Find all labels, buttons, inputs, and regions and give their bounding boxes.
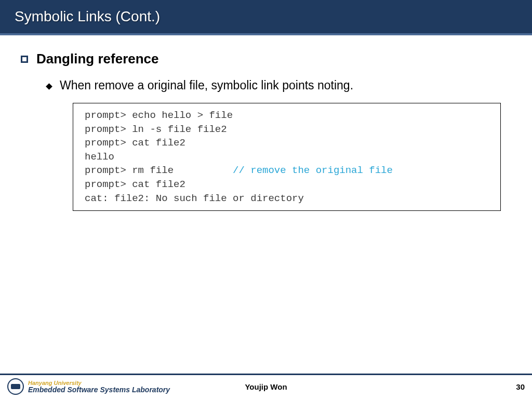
code-line: prompt> echo hello > file [85,110,233,121]
code-line: prompt> rm file [85,165,233,176]
university-logo-icon [7,378,24,395]
code-line: cat: file2: No such file or directory [85,193,304,204]
logo-inner-shape [11,384,20,389]
diamond-bullet-icon [46,83,52,90]
slide-footer: Hanyang University Embedded Software Sys… [0,374,532,399]
sub-bullet-row: When remove a original file, symbolic li… [47,78,511,92]
slide-content: Dangling reference When remove a origina… [0,35,532,211]
code-comment: // remove the original file [233,165,393,176]
code-line: prompt> cat file2 [85,137,185,149]
code-block: prompt> echo hello > file prompt> ln -s … [73,103,501,211]
code-line: prompt> cat file2 [85,179,185,190]
heading-row: Dangling reference [21,51,511,67]
logo-text-group: Hanyang University Embedded Software Sys… [28,380,170,393]
section-heading: Dangling reference [36,51,159,67]
university-name: Hanyang University [28,380,170,386]
lab-name: Embedded Software Systems Laboratory [28,386,170,393]
code-line: prompt> ln -s file file2 [85,124,227,135]
slide-title: Symbolic Links (Cont.) [15,8,160,24]
sub-bullet-text: When remove a original file, symbolic li… [60,78,353,92]
slide-header: Symbolic Links (Cont.) [0,0,532,35]
bullet-square-icon [21,56,28,63]
footer-author: Youjip Won [245,382,287,391]
page-number: 30 [516,382,525,391]
code-line: hello [85,151,114,163]
footer-left: Hanyang University Embedded Software Sys… [7,378,170,395]
